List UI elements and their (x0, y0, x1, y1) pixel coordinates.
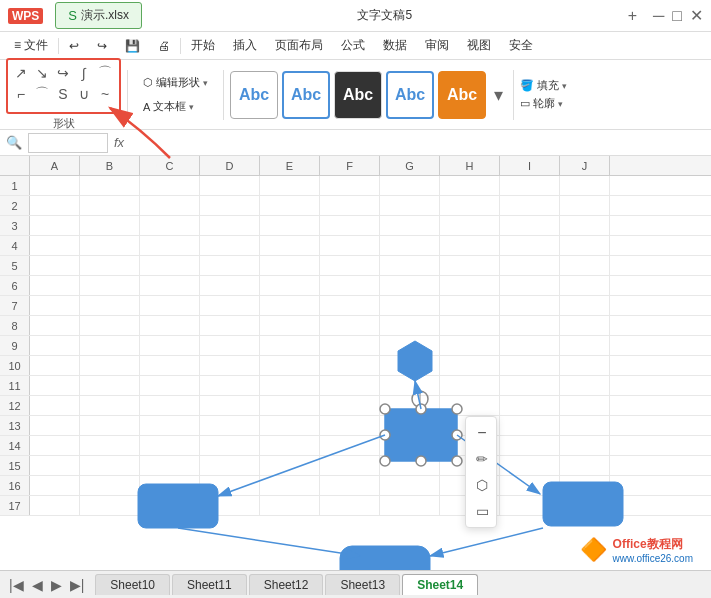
edit-section: ⬡ 编辑形状 ▾ A 文本框 ▾ (134, 72, 217, 117)
cell-b1[interactable] (80, 176, 140, 195)
table-row: 13 (0, 416, 711, 436)
abc-more-btn[interactable]: ▾ (490, 84, 507, 106)
context-copy-btn[interactable]: ▭ (470, 499, 494, 523)
col-header-j[interactable]: J (560, 156, 610, 175)
col-header-d[interactable]: D (200, 156, 260, 175)
search-icon: 🔍 (6, 135, 22, 150)
col-header-c[interactable]: C (140, 156, 200, 175)
col-header-b[interactable]: B (80, 156, 140, 175)
max-btn[interactable]: □ (672, 7, 682, 25)
cell-c1[interactable] (140, 176, 200, 195)
context-minus-btn[interactable]: − (470, 421, 494, 445)
cell-d1[interactable] (200, 176, 260, 195)
cell-i1[interactable] (500, 176, 560, 195)
tab-nav-arrows: |◀ ◀ ▶ ▶| (6, 577, 87, 593)
shape-curve-2[interactable]: ⌒ (95, 63, 115, 83)
menu-undo[interactable]: ↩ (61, 36, 87, 56)
sheet-tab-11[interactable]: Sheet11 (172, 574, 247, 595)
cell-ref-input[interactable] (28, 133, 108, 153)
formula-input[interactable] (130, 136, 705, 150)
shape-zigzag[interactable]: ⌒ (32, 84, 52, 104)
menu-security[interactable]: 安全 (501, 34, 541, 57)
arrow-bottom-left (178, 528, 360, 556)
table-row: 16 (0, 476, 711, 496)
cell-h1[interactable] (440, 176, 500, 195)
outline-dropdown[interactable]: ▾ (558, 99, 563, 109)
shape-curve-1[interactable]: ∫ (74, 63, 94, 83)
menu-insert[interactable]: 插入 (225, 34, 265, 57)
col-header-e[interactable]: E (260, 156, 320, 175)
shape-s-curve[interactable]: S (53, 84, 73, 104)
hexagon-icon: ⬡ (476, 477, 488, 493)
shape-freeform[interactable]: ~ (95, 84, 115, 104)
col-header-i[interactable]: I (500, 156, 560, 175)
menu-data[interactable]: 数据 (375, 34, 415, 57)
title-icons: + ─ □ ✕ (628, 6, 703, 25)
col-header-a[interactable]: A (30, 156, 80, 175)
fill-section: 🪣 填充 ▾ ▭ 轮廓 ▾ (520, 78, 567, 111)
add-tab-btn[interactable]: + (628, 7, 637, 25)
menu-redo[interactable]: ↪ (89, 36, 115, 56)
menu-save[interactable]: 💾 (117, 36, 148, 56)
table-row: 12 (0, 396, 711, 416)
table-row: 17 (0, 496, 711, 516)
tab-xlsx[interactable]: S 演示.xlsx (55, 2, 142, 29)
sheet-tabs-bar: |◀ ◀ ▶ ▶| Sheet10 Sheet11 Sheet12 Sheet1… (0, 570, 711, 598)
cell-f1[interactable] (320, 176, 380, 195)
min-btn[interactable]: ─ (653, 7, 664, 25)
edit-shape-label: 编辑形状 (156, 75, 200, 90)
menu-layout[interactable]: 页面布局 (267, 34, 331, 57)
sheet-tab-10[interactable]: Sheet10 (95, 574, 170, 595)
cell-e1[interactable] (260, 176, 320, 195)
table-row: 2 (0, 196, 711, 216)
sheet-tab-12[interactable]: Sheet12 (249, 574, 324, 595)
text-box-dropdown[interactable]: ▾ (189, 102, 194, 112)
tab-last-btn[interactable]: ▶| (67, 577, 88, 593)
tab-first-btn[interactable]: |◀ (6, 577, 27, 593)
abc-btn-1[interactable]: Abc (230, 71, 278, 119)
col-header-g[interactable]: G (380, 156, 440, 175)
table-row: 9 (0, 336, 711, 356)
wps-logo[interactable]: WPS (8, 8, 43, 24)
tab-next-btn[interactable]: ▶ (48, 577, 65, 593)
col-header-h[interactable]: H (440, 156, 500, 175)
menu-formula[interactable]: 公式 (333, 34, 373, 57)
fill-dropdown[interactable]: ▾ (562, 81, 567, 91)
col-header-f[interactable]: F (320, 156, 380, 175)
outline-btn[interactable]: ▭ 轮廓 ▾ (520, 96, 567, 111)
menu-review[interactable]: 审阅 (417, 34, 457, 57)
abc-btn-4[interactable]: Abc (386, 71, 434, 119)
table-row: 4 (0, 236, 711, 256)
edit-shape-dropdown[interactable]: ▾ (203, 78, 208, 88)
abc-btn-2[interactable]: Abc (282, 71, 330, 119)
context-edit-btn[interactable]: ✏ (470, 447, 494, 471)
shapes-panel: ↗ ↘ ↪ ∫ ⌒ ⌐ ⌒ S ∪ ~ (6, 58, 121, 114)
menu-view[interactable]: 视图 (459, 34, 499, 57)
edit-shape-btn[interactable]: ⬡ 编辑形状 ▾ (134, 72, 217, 93)
shape-arrow-2[interactable]: ↘ (32, 63, 52, 83)
abc-btn-3[interactable]: Abc (334, 71, 382, 119)
sheet-area: A B C D E F G H I J 1 2 3 4 5 6 7 8 9 10… (0, 156, 711, 516)
tab-prev-btn[interactable]: ◀ (29, 577, 46, 593)
menu-file[interactable]: ≡ 文件 (6, 34, 56, 57)
sheet-tab-13[interactable]: Sheet13 (325, 574, 400, 595)
shape-arrow-3[interactable]: ↪ (53, 63, 73, 83)
abc-btn-5[interactable]: Abc (438, 71, 486, 119)
cell-j1[interactable] (560, 176, 610, 195)
menu-print[interactable]: 🖨 (150, 36, 178, 56)
outline-icon: ▭ (520, 97, 530, 110)
wps-text: WPS (8, 8, 43, 24)
shape-arc[interactable]: ∪ (74, 84, 94, 104)
title-bar: WPS S 演示.xlsx 文字文稿5 + ─ □ ✕ (0, 0, 711, 32)
fill-btn[interactable]: 🪣 填充 ▾ (520, 78, 567, 93)
cell-g1[interactable] (380, 176, 440, 195)
fx-icon[interactable]: fx (114, 135, 124, 150)
cell-a1[interactable] (30, 176, 80, 195)
shape-line-1[interactable]: ⌐ (11, 84, 31, 104)
context-shape-btn[interactable]: ⬡ (470, 473, 494, 497)
shape-arrow-1[interactable]: ↗ (11, 63, 31, 83)
close-btn[interactable]: ✕ (690, 6, 703, 25)
sheet-tab-14[interactable]: Sheet14 (402, 574, 478, 595)
menu-start[interactable]: 开始 (183, 34, 223, 57)
text-box-btn[interactable]: A 文本框 ▾ (134, 96, 217, 117)
